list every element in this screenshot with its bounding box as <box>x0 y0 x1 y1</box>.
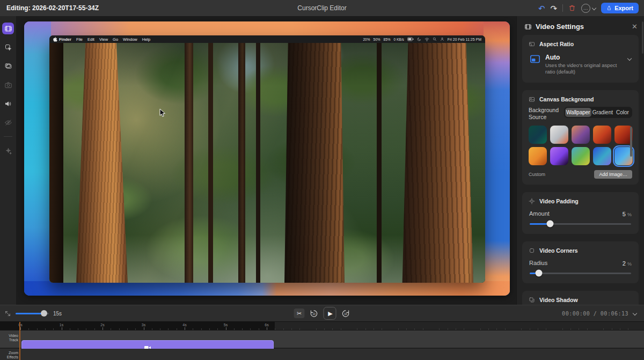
ruler-tick-minor <box>324 328 325 330</box>
camera-icon <box>4 81 12 89</box>
wallpaper-thumb-amber-bloom[interactable] <box>529 147 547 165</box>
video-preview[interactable]: FinderFileEditViewGoWindowHelp 20%50%85%… <box>49 35 485 283</box>
ruler-tick-minor <box>316 328 317 330</box>
menubar-menu-window: Window <box>123 37 137 42</box>
panel-title: Video Settings <box>536 23 628 31</box>
segment-color[interactable]: Color <box>614 108 631 117</box>
photos-icon <box>4 62 12 70</box>
wallpaper-thumb-neon-bloom[interactable] <box>550 147 568 165</box>
svg-text:10: 10 <box>312 312 316 315</box>
ruler-tick-minor <box>86 328 86 330</box>
ruler-tick-minor <box>78 328 78 330</box>
tree-trunk <box>377 43 382 283</box>
menubar-menus: FinderFileEditViewGoWindowHelp <box>59 37 150 42</box>
corners-slider[interactable] <box>530 273 631 274</box>
chevron-down-icon <box>627 56 632 61</box>
video-settings-panel: Video Settings ✕ Aspect Ratio Auto Uses … <box>516 16 644 305</box>
segment-gradient[interactable]: Gradient <box>591 108 614 117</box>
video-track-row <box>0 330 644 348</box>
skip-back-10-icon[interactable]: 10 <box>310 309 319 318</box>
redo-icon[interactable]: ↷ <box>551 4 558 12</box>
sidebar-item-clips[interactable] <box>2 23 14 34</box>
scissors-icon: ✂ <box>297 310 302 317</box>
wallpaper-thumb-snow-ridge[interactable] <box>550 126 568 144</box>
sidebar-item-camera[interactable] <box>2 79 14 91</box>
section-title: Canvas Background <box>539 96 594 102</box>
eye-off-icon <box>4 119 12 127</box>
ruler-tick-minor <box>456 328 456 330</box>
padding-value: 5 <box>623 211 626 217</box>
ruler-tick-label: 6s <box>265 323 268 327</box>
canvas-wallpaper-background: FinderFileEditViewGoWindowHelp 20%50%85%… <box>24 21 510 296</box>
menubar-menu-go: Go <box>113 37 118 42</box>
zoom-effects-row[interactable] <box>0 349 644 360</box>
film-icon <box>4 25 12 33</box>
ruler-tick-minor <box>414 328 415 330</box>
wifi-icon <box>425 38 429 41</box>
padding-slider[interactable] <box>530 223 631 225</box>
playhead[interactable] <box>19 322 20 360</box>
play-button[interactable]: ▶ <box>324 307 336 320</box>
video-corners-icon <box>529 247 535 254</box>
ruler-tick-major <box>226 327 226 330</box>
sidebar-item-audio[interactable] <box>2 98 14 109</box>
close-icon[interactable]: ✕ <box>632 23 638 30</box>
ruler-tick-minor <box>332 328 333 330</box>
wallpaper-thumb-red-bloom[interactable] <box>593 126 611 144</box>
skip-forward-10-icon[interactable]: 10 <box>341 309 350 318</box>
sidebar-item-selection[interactable] <box>2 41 14 53</box>
panel-scrollbar[interactable] <box>642 21 643 54</box>
aspect-ratio-card: Aspect Ratio Auto Uses the video's origi… <box>522 35 639 83</box>
segment-wallpaper[interactable]: Wallpaper <box>565 108 591 117</box>
share-icon <box>606 5 612 11</box>
ruler-tick-minor <box>209 328 210 330</box>
sidebar-item-effects[interactable] <box>2 145 14 157</box>
chevron-down-icon[interactable] <box>633 311 637 315</box>
timeline: 0s1s2s3s4s5s6s Video Track Zoom Effects <box>0 322 644 360</box>
ruler-tick-minor <box>250 328 251 330</box>
slider-knob[interactable] <box>41 310 47 317</box>
cursorclip-editor-window: Editing: 2026-02-20T17-55-34Z CursorClip… <box>0 0 644 360</box>
menubar-clock: Fri 20 Feb 11:25 PM <box>448 38 481 41</box>
menubar-status-texts: 20%50%85%0 KB/s <box>363 38 404 41</box>
delete-icon[interactable] <box>568 4 576 12</box>
timecode-display: 00:00:00 / 00:06:13 <box>562 305 636 321</box>
chevron-down-icon <box>592 6 596 10</box>
slider-knob[interactable] <box>546 221 553 227</box>
section-title: Video Corners <box>539 247 578 254</box>
wallpaper-thumb-spring-hills[interactable] <box>572 147 590 165</box>
panel-header: Video Settings ✕ <box>517 16 644 35</box>
user-icon <box>440 37 444 41</box>
background-source-label: Background Source <box>529 107 560 121</box>
slider-knob[interactable] <box>536 270 543 277</box>
menubar-menu-finder: Finder <box>59 37 71 42</box>
ruler-tick-minor <box>193 328 193 330</box>
split-clip-button[interactable]: ✂ <box>294 308 305 318</box>
export-button[interactable]: Export <box>601 3 639 13</box>
wallpaper-thumb-blue-flow[interactable] <box>593 147 611 165</box>
more-options-button[interactable]: … <box>581 4 596 13</box>
ruler-tick-minor <box>242 328 243 330</box>
menubar-status-area: 20%50%85%0 KB/s <box>363 37 482 41</box>
tree-trunk <box>238 43 245 283</box>
aspect-ratio-dropdown[interactable]: Auto Uses the video's original aspect ra… <box>529 52 632 77</box>
toolbar-divider <box>562 4 563 12</box>
timeline-ruler[interactable]: 0s1s2s3s4s5s6s <box>0 322 644 330</box>
undo-icon[interactable]: ↶ <box>538 4 545 12</box>
thumbnail-scrollbar[interactable] <box>630 127 632 157</box>
sidebar-item-media[interactable] <box>2 60 14 72</box>
ruler-tick-minor <box>119 328 120 330</box>
ruler-tick-minor <box>521 328 522 330</box>
add-image-button[interactable]: Add Image… <box>594 170 632 179</box>
ruler-tick-minor <box>620 328 620 330</box>
zoom-slider[interactable] <box>16 313 49 314</box>
timecode-text: 00:00:00 / 00:06:13 <box>562 311 628 317</box>
battery-icon <box>407 37 414 41</box>
sidebar-item-visibility[interactable] <box>2 116 14 128</box>
wallpaper-thumb-purple-dunes[interactable] <box>572 126 590 144</box>
ruler-tick-minor <box>382 328 382 330</box>
section-title: Aspect Ratio <box>539 41 574 47</box>
wallpaper-thumb-teal-waves[interactable] <box>529 126 547 144</box>
timeline-zoom-control: 15s <box>4 305 62 321</box>
ruler-tick-minor <box>291 328 292 330</box>
